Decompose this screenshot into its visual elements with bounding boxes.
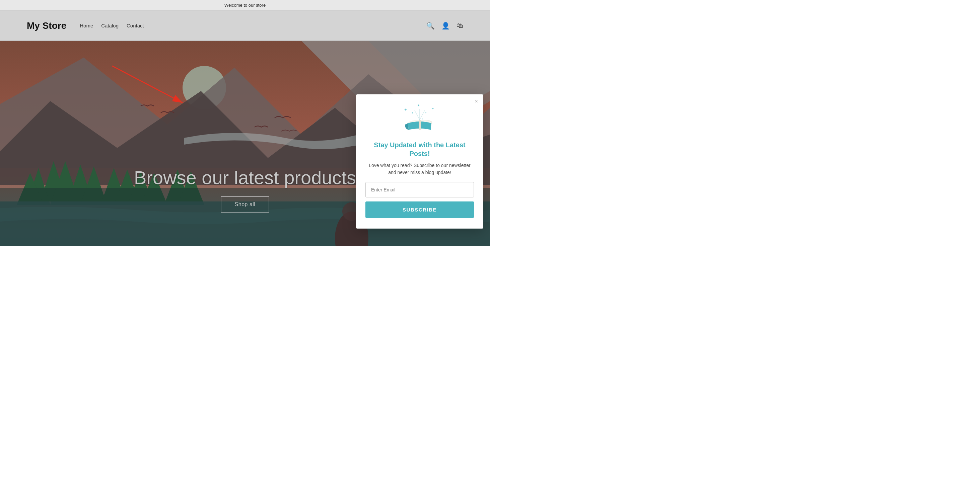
header: My Store Home Catalog Contact 🔍 👤 🛍 <box>0 11 490 41</box>
announcement-text: Welcome to our store <box>224 3 266 8</box>
search-icon[interactable]: 🔍 <box>426 22 435 30</box>
svg-text:✦: ✦ <box>417 104 420 107</box>
svg-text:✦: ✦ <box>425 111 427 114</box>
svg-line-30 <box>415 111 420 120</box>
main-nav: Home Catalog Contact <box>80 23 426 29</box>
popup-close-button[interactable]: × <box>475 98 478 105</box>
popup-description: Love what you read? Subscribe to our new… <box>365 162 474 176</box>
hero-section: Browse our latest products Shop all × ✦ … <box>0 41 490 246</box>
email-input[interactable] <box>365 182 474 197</box>
popup-title: Stay Updated with the Latest Posts! <box>365 141 474 158</box>
header-icons: 🔍 👤 🛍 <box>426 22 463 30</box>
nav-item-home[interactable]: Home <box>80 23 93 29</box>
subscribe-button[interactable]: SUBSCRIBE <box>365 201 474 218</box>
book-sparkle-icon: ✦ ✦ ✦ ✦ ✦ ✦ <box>401 104 438 134</box>
user-icon[interactable]: 👤 <box>441 22 450 30</box>
svg-rect-29 <box>418 120 421 130</box>
shop-all-button[interactable]: Shop all <box>221 197 269 212</box>
svg-text:✦: ✦ <box>404 108 407 112</box>
store-name: My Store <box>27 21 66 31</box>
svg-text:✦: ✦ <box>422 118 423 120</box>
nav-item-contact[interactable]: Contact <box>127 23 144 29</box>
newsletter-popup: × ✦ ✦ ✦ ✦ ✦ ✦ <box>356 94 483 228</box>
popup-icon-area: ✦ ✦ ✦ ✦ ✦ ✦ <box>365 104 474 135</box>
cart-icon[interactable]: 🛍 <box>457 22 463 29</box>
svg-text:✦: ✦ <box>431 107 434 111</box>
nav-item-catalog[interactable]: Catalog <box>101 23 119 29</box>
announcement-bar: Welcome to our store <box>0 0 490 11</box>
svg-text:✦: ✦ <box>411 111 414 114</box>
